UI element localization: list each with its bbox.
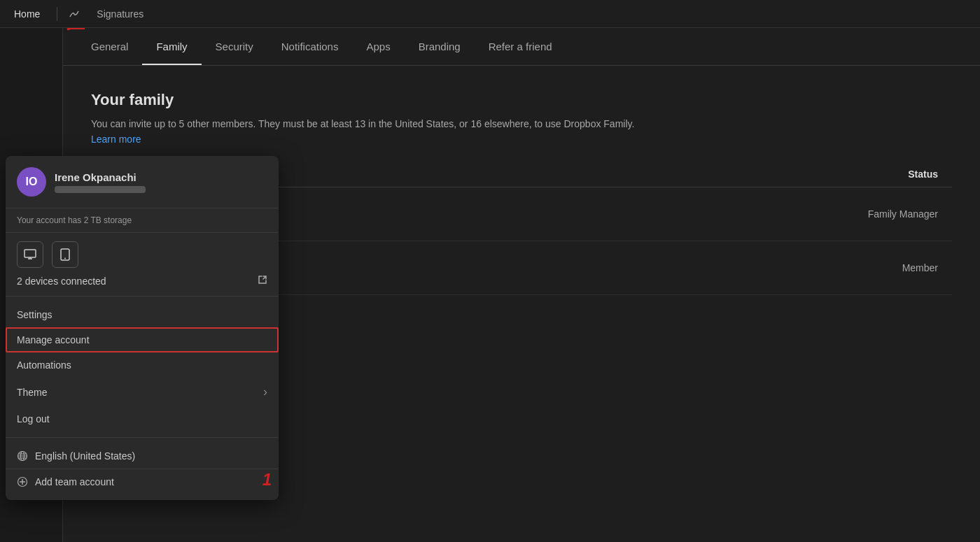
tab-home[interactable]: Home	[8, 4, 46, 24]
sidebar: IO Irene Okpanachi Your account has 2 TB…	[0, 28, 63, 542]
user-info: Irene Okpanachi	[55, 171, 146, 193]
language-item[interactable]: English (United States)	[6, 443, 279, 469]
tab-signatures[interactable]: Signatures	[91, 4, 149, 24]
add-team-account-label: Add team account	[35, 476, 114, 487]
user-dropdown: IO Irene Okpanachi Your account has 2 TB…	[6, 156, 279, 500]
device-section: 2 devices connected	[6, 233, 279, 297]
tab-general[interactable]: General	[77, 28, 142, 65]
tablet-button[interactable]	[52, 241, 78, 268]
tab-refer-a-friend[interactable]: Refer a friend	[475, 28, 566, 65]
member-status-0: Family Manager	[868, 208, 952, 220]
top-bar-divider	[57, 7, 57, 21]
user-email-blurred	[55, 186, 146, 193]
tab-branding[interactable]: Branding	[405, 28, 475, 65]
svg-rect-0	[24, 250, 36, 257]
tab-security[interactable]: Security	[202, 28, 267, 65]
dropdown-bottom: English (United States) Add team account…	[6, 438, 279, 500]
signatures-icon[interactable]	[69, 8, 80, 20]
tab-notifications[interactable]: Notifications	[267, 28, 353, 65]
svg-point-4	[64, 258, 66, 259]
main-layout: IO Irene Okpanachi Your account has 2 TB…	[0, 28, 980, 542]
dropdown-avatar: IO	[17, 167, 46, 197]
top-bar: Home Signatures	[0, 0, 980, 28]
dropdown-user-name: Irene Okpanachi	[55, 171, 146, 183]
tabs-bar: General Family Security Notifications Ap…	[63, 28, 980, 66]
external-link-icon[interactable]	[258, 275, 267, 287]
add-team-account-item[interactable]: Add team account 1	[6, 469, 279, 494]
dropdown-menu-items: Settings Manage account 2 Automations Th…	[6, 297, 279, 438]
menu-item-manage-account[interactable]: Manage account 2	[6, 327, 279, 352]
learn-more-link[interactable]: Learn more	[91, 134, 141, 145]
family-section-desc: You can invite up to 5 other members. Th…	[91, 116, 637, 148]
devices-connected-label: 2 devices connected	[17, 276, 106, 287]
menu-item-automations[interactable]: Automations	[6, 352, 279, 378]
tab-family[interactable]: Family	[142, 28, 201, 65]
device-icons	[17, 241, 267, 268]
devices-connected-row: 2 devices connected	[17, 275, 267, 287]
family-section-title: Your family	[91, 91, 952, 109]
theme-chevron-right-icon	[263, 385, 267, 399]
monitor-button[interactable]	[17, 241, 43, 268]
menu-item-logout[interactable]: Log out	[6, 406, 279, 432]
menu-item-theme[interactable]: Theme	[6, 378, 279, 406]
menu-item-settings[interactable]: Settings	[6, 302, 279, 327]
language-label: English (United States)	[35, 450, 135, 462]
storage-info: Your account has 2 TB storage	[6, 208, 279, 233]
annotation-badge-1: 1	[262, 470, 272, 490]
tab-apps[interactable]: Apps	[352, 28, 404, 65]
dropdown-user-section: IO Irene Okpanachi	[6, 156, 279, 208]
col-status-header: Status	[908, 169, 952, 180]
member-status-1: Member	[902, 262, 952, 273]
